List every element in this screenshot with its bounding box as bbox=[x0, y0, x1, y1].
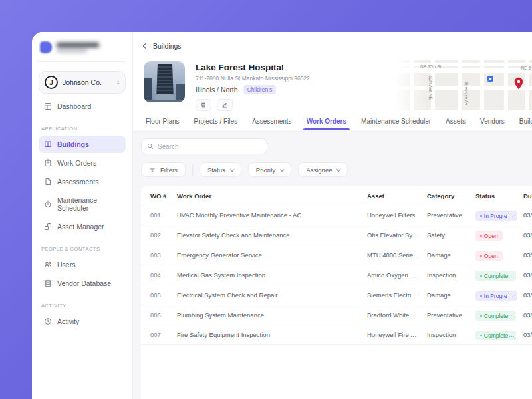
table-header-row: WO #Work OrderAssetCategoryStatusDue Dat… bbox=[141, 186, 532, 205]
edit-building-button[interactable] bbox=[217, 99, 233, 111]
map-fade-overlay bbox=[395, 60, 426, 113]
chevron-down-icon bbox=[336, 167, 341, 172]
work-order-row[interactable]: 006Plumbing System MaintenanceBradford W… bbox=[141, 305, 532, 325]
sidebar-item-dashboard[interactable]: Dashboard bbox=[39, 98, 126, 115]
work-order-row[interactable]: 003Emergency Generator ServiceMTU 4000 S… bbox=[141, 245, 532, 265]
work-order-row[interactable]: 002Elevator Safety Check and Maintenance… bbox=[141, 225, 532, 245]
wo-title: Elevator Safety Check and Maintenance bbox=[173, 225, 363, 245]
filters-button[interactable]: Filters bbox=[141, 162, 186, 177]
building-header: Lake Forest Hospital 711-2880 Nulla St.M… bbox=[133, 60, 532, 113]
status-badge: •Completed bbox=[475, 331, 516, 340]
sidebar-item-label: Dashboard bbox=[57, 102, 91, 110]
wo-category: Preventative bbox=[423, 205, 471, 225]
wo-title: Plumbing System Maintenance bbox=[173, 305, 363, 325]
status-badge: •Open bbox=[475, 231, 503, 241]
dropdown-label: Status bbox=[207, 166, 225, 174]
wo-number: 005 bbox=[141, 285, 173, 305]
building-address: 711-2880 Nulla St.Mankato Mississippi 96… bbox=[196, 75, 310, 82]
wo-title: Emergency Generator Service bbox=[173, 245, 363, 265]
sidebar-item-asset-manager[interactable]: Asset Manager bbox=[39, 218, 126, 235]
organization-name: Johnson Co. bbox=[63, 78, 112, 86]
building-region: Illinois / North bbox=[196, 86, 238, 94]
sidebar-item-label: Work Orders bbox=[57, 159, 96, 167]
tab-maintenance-scheduler[interactable]: Maintenance Scheduler bbox=[355, 113, 437, 130]
building-info: Lake Forest Hospital 711-2880 Nulla St.M… bbox=[196, 63, 310, 111]
clipboard-icon bbox=[44, 159, 52, 167]
priority-dropdown[interactable]: Priority bbox=[248, 162, 292, 177]
building-photo[interactable] bbox=[144, 61, 185, 102]
tab-assessments[interactable]: Assessments bbox=[246, 113, 297, 130]
sidebar-nav: DashboardAPPLICATIONBuildingsWork Orders… bbox=[39, 98, 126, 330]
filter-lines-icon bbox=[149, 166, 156, 173]
sidebar-item-label: Vendor Database bbox=[57, 279, 111, 287]
wo-due-date: 03/12 bbox=[519, 325, 532, 345]
sidebar-item-vendor-database[interactable]: Vendor Database bbox=[39, 275, 126, 292]
tab-projects-files[interactable]: Projects / Files bbox=[188, 113, 244, 130]
work-order-row[interactable]: 007Fire Safety Equipment InspectionHoney… bbox=[141, 325, 532, 345]
map-location-pin-icon bbox=[513, 77, 524, 93]
sidebar-section-label: APPLICATION bbox=[41, 126, 123, 132]
wo-category: Preventative bbox=[423, 305, 471, 325]
work-order-row[interactable]: 005Electrical System Check and RepairSie… bbox=[141, 285, 532, 305]
sidebar-item-activity[interactable]: Activity bbox=[39, 313, 126, 330]
chevron-down-icon bbox=[280, 167, 285, 172]
tab-floor-plans[interactable]: Floor Plans bbox=[140, 113, 186, 130]
search-box[interactable] bbox=[141, 138, 267, 154]
sidebar: J Johnson Co. ▲▼ DashboardAPPLICATIONBui… bbox=[32, 32, 133, 399]
wo-category: Damage bbox=[423, 245, 471, 265]
wo-title: Medical Gas System Inspection bbox=[173, 265, 363, 285]
sidebar-item-work-orders[interactable]: Work Orders bbox=[39, 154, 126, 172]
tab-building-data[interactable]: Building Data bbox=[513, 113, 532, 130]
sidebar-item-buildings[interactable]: Buildings bbox=[39, 136, 126, 153]
status-badge: •In Progress bbox=[475, 291, 517, 301]
column-header: Work Order bbox=[173, 186, 363, 205]
dashboard-icon bbox=[44, 102, 52, 110]
tab-work-orders[interactable]: Work Orders bbox=[301, 113, 352, 130]
work-order-row[interactable]: 004Medical Gas System InspectionAmico Ox… bbox=[141, 265, 532, 285]
wo-number: 003 bbox=[141, 245, 173, 265]
sidebar-item-maintenance-scheduler[interactable]: Maintenance Scheduler bbox=[39, 192, 126, 217]
wo-asset: Otis Elevator Sys... bbox=[363, 225, 423, 245]
wo-category: Damage bbox=[423, 285, 471, 305]
wo-asset: MTU 4000 Serie... bbox=[363, 245, 423, 265]
column-header: Status bbox=[471, 186, 519, 205]
work-order-row[interactable]: 001HVAC Monthly Preventive Maintenance -… bbox=[141, 205, 532, 225]
status-dropdown[interactable]: Status bbox=[200, 162, 241, 177]
building-tabs: Floor PlansProjects / FilesAssessmentsWo… bbox=[133, 113, 532, 130]
wo-number: 001 bbox=[141, 205, 173, 225]
users-icon bbox=[44, 261, 52, 269]
wo-category: Inspection bbox=[423, 325, 471, 345]
work-orders-tbody: 001HVAC Monthly Preventive Maintenance -… bbox=[141, 205, 532, 345]
assignee-dropdown[interactable]: Assignee bbox=[298, 162, 348, 177]
sidebar-item-users[interactable]: Users bbox=[39, 256, 126, 273]
wo-number: 007 bbox=[141, 325, 173, 345]
filters-button-label: Filters bbox=[160, 166, 178, 174]
app-logo-icon bbox=[40, 41, 52, 53]
pencil-icon bbox=[221, 102, 228, 108]
search-input[interactable] bbox=[158, 143, 261, 150]
column-header: Asset bbox=[363, 186, 423, 205]
organization-selector[interactable]: J Johnson Co. ▲▼ bbox=[39, 71, 126, 94]
wo-category: Inspection bbox=[423, 265, 471, 285]
location-map[interactable]: NE 55th St NE 5 12th Ave NE Brooklyn Av … bbox=[395, 60, 532, 113]
status-badge: •Open bbox=[475, 251, 503, 261]
buildings-icon bbox=[44, 140, 52, 148]
asset-boxes-icon bbox=[44, 223, 52, 231]
wo-due-date: 03/12 bbox=[519, 265, 532, 285]
clock-icon bbox=[44, 317, 52, 325]
column-header: Due Date bbox=[519, 186, 532, 205]
dropdown-label: Priority bbox=[256, 166, 276, 174]
tab-vendors[interactable]: Vendors bbox=[474, 113, 511, 130]
back-chevron-icon[interactable] bbox=[143, 43, 148, 49]
wo-asset: Amico Oxygen S... bbox=[363, 265, 423, 285]
tab-assets[interactable]: Assets bbox=[440, 113, 471, 130]
breadcrumb[interactable]: Buildings bbox=[153, 42, 182, 50]
map-street-label: Brooklyn Av bbox=[464, 82, 469, 105]
wo-title: Electrical System Check and Repair bbox=[173, 285, 363, 305]
sidebar-item-assessments[interactable]: Assessments bbox=[39, 173, 126, 190]
building-name: Lake Forest Hospital bbox=[196, 63, 310, 72]
delete-building-button[interactable] bbox=[196, 99, 211, 111]
building-tag-badge: Children's bbox=[243, 85, 277, 94]
organization-avatar: J bbox=[45, 76, 58, 89]
wo-number: 006 bbox=[141, 305, 173, 325]
